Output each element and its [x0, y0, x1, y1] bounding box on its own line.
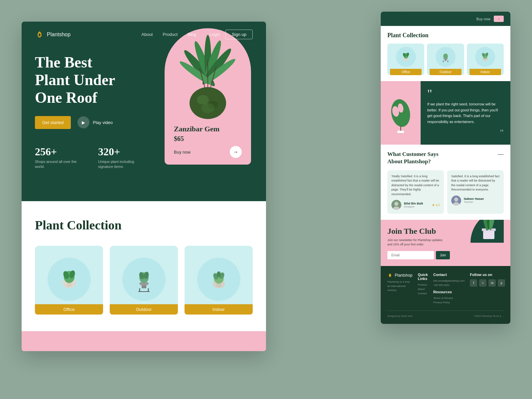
- stat-number-1: 320+: [98, 146, 141, 158]
- quote-close: ": [427, 127, 504, 138]
- footer-link-about[interactable]: About: [418, 288, 428, 291]
- outdoor-plant-circle: [122, 258, 166, 301]
- get-started-button[interactable]: Get started: [35, 116, 71, 129]
- reviews-section: What Customer Says About Plantshop? — To…: [381, 145, 510, 220]
- navbar: Plantshop About Product Blog Login Sign …: [22, 22, 266, 47]
- svg-point-41: [443, 54, 448, 59]
- main-website-panel: Plantshop About Product Blog Login Sign …: [22, 22, 266, 351]
- right-outdoor-circle: [436, 47, 456, 67]
- hero-actions: Get started ▶ Play video: [35, 116, 253, 129]
- reviewer-name-1: Nabeer Hasan: [464, 197, 484, 200]
- join-title: Join The Club: [387, 226, 470, 236]
- right-collection-title: Plant Collection: [387, 32, 504, 39]
- right-buy-row: Buy now →: [387, 16, 504, 22]
- reviewer-info-0: Bilal Bin Baik Designer: [404, 202, 423, 208]
- footer-credit: Designed by Tartar Oner: [387, 315, 413, 317]
- quote-open: ": [427, 88, 504, 100]
- stat-0: 256+ Shops around all over the world.: [35, 146, 78, 170]
- right-office-label: Office: [390, 69, 422, 75]
- play-label: Play video: [93, 120, 113, 125]
- join-button[interactable]: Join: [436, 251, 450, 259]
- plant-collection-section: Plant Collection Office: [22, 201, 266, 331]
- reviewer-avatar-1: [451, 196, 461, 205]
- plant-grid: Office: [35, 246, 253, 315]
- social-icons: f t in p: [470, 279, 505, 287]
- office-plant-circle: [48, 258, 91, 301]
- join-form: Join: [387, 251, 470, 259]
- footer-contact: Contact info.email@plantshop.com +00 000…: [433, 273, 465, 305]
- reviews-nav[interactable]: —: [498, 151, 504, 158]
- signup-button[interactable]: Sign up: [225, 30, 253, 39]
- outdoor-plant-svg: [129, 264, 159, 294]
- footer-phone: +00 000 0001: [433, 284, 465, 287]
- play-icon: ▶: [77, 116, 89, 128]
- footer-resources-title: Resources: [433, 290, 465, 294]
- reviewer-role-0: Designer: [404, 205, 423, 208]
- footer-social-title: Follow us on: [470, 273, 505, 277]
- right-outdoor-label: Outdoor: [430, 69, 461, 75]
- reviewer-avatar-0: [391, 200, 401, 210]
- right-buy-text: Buy now: [476, 17, 490, 21]
- svg-rect-57: [483, 230, 494, 239]
- footer-link-product[interactable]: Product: [418, 283, 428, 286]
- reviews-header: What Customer Says About Plantshop? —: [387, 151, 504, 165]
- right-plant-collection: Plant Collection Office: [381, 26, 510, 81]
- logo-text: Plantshop: [47, 32, 70, 38]
- svg-point-46: [389, 97, 412, 128]
- right-hero-top: Buy now →: [381, 12, 510, 26]
- hero-content: The Best Plant Under One Roof Get starte…: [22, 47, 266, 179]
- svg-rect-50: [397, 131, 404, 133]
- pinterest-icon[interactable]: p: [498, 279, 505, 287]
- right-office-circle: [396, 47, 416, 67]
- svg-point-52: [394, 202, 398, 206]
- indoor-plant-svg: [204, 264, 234, 294]
- indoor-label: Indoor: [185, 304, 253, 315]
- footer-bottom: Designed by Tartar Oner ©2024 Plantshop …: [387, 311, 504, 317]
- quote-section: " If we plant the right seed, tomorrow w…: [381, 81, 510, 145]
- join-subtitle: Join our newsletter for Plantshop update…: [387, 238, 447, 247]
- right-outdoor-card[interactable]: Outdoor: [427, 44, 464, 75]
- join-email-input[interactable]: [387, 251, 434, 259]
- footer-link-contact[interactable]: Contact: [418, 292, 428, 295]
- category-indoor[interactable]: Indoor: [185, 246, 253, 315]
- nav-blog[interactable]: Blog: [188, 32, 196, 37]
- right-plant-grid: Office Outdoor: [387, 44, 504, 75]
- footer-quick-links-title: Quick Links: [418, 273, 428, 281]
- footer-email: info.email@plantshop.com: [433, 279, 465, 282]
- stat-label-0: Shops around all over the world.: [35, 159, 78, 170]
- join-section: Join The Club Join our newsletter for Pl…: [381, 220, 510, 266]
- right-office-card[interactable]: Office: [387, 44, 424, 75]
- review-0: Totally Satisfied. It is a long establis…: [387, 170, 444, 214]
- right-indoor-card[interactable]: Indoor: [467, 44, 504, 75]
- footer-privacy[interactable]: Privacy Policy: [433, 301, 465, 304]
- play-video-button[interactable]: ▶ Play video: [77, 116, 113, 128]
- reviewer-role-1: Teacher: [464, 200, 484, 203]
- right-buy-btn[interactable]: →: [494, 16, 504, 22]
- nav-product[interactable]: Product: [163, 32, 178, 37]
- footer: Plantshop Plantshop is a truly an intern…: [381, 266, 510, 324]
- quote-text: If we plant the right seed, tomorrow wil…: [427, 101, 504, 125]
- twitter-icon[interactable]: t: [479, 279, 486, 287]
- footer-social: Follow us on f t in p: [470, 273, 505, 305]
- collection-title: Plant Collection: [35, 218, 253, 232]
- join-content: Join The Club Join our newsletter for Pl…: [387, 226, 470, 259]
- login-link[interactable]: Login: [209, 32, 220, 37]
- svg-rect-28: [216, 284, 221, 287]
- join-plant-svg: [474, 220, 504, 241]
- linkedin-icon[interactable]: in: [488, 279, 496, 287]
- svg-point-55: [454, 198, 458, 201]
- review-text-0: Totally Satisfied. It is a long establis…: [391, 174, 440, 197]
- nav-about[interactable]: About: [141, 32, 153, 37]
- stat-number-0: 256+: [35, 146, 78, 158]
- footer-quick-links: Quick Links Product About Contact: [418, 273, 428, 305]
- facebook-icon[interactable]: f: [470, 279, 477, 287]
- category-outdoor[interactable]: Outdoor: [110, 246, 178, 315]
- hero-stats: 256+ Shops around all over the world. 32…: [35, 146, 253, 180]
- category-office[interactable]: Office: [35, 246, 103, 315]
- footer-copyright: ©2024 Plantshop Terms & ...: [474, 315, 504, 317]
- quote-plant-side: [381, 81, 421, 145]
- reviewer-info-1: Nabeer Hasan Teacher: [464, 197, 484, 203]
- footer-terms[interactable]: Terms of Service: [433, 297, 465, 300]
- footer-logo-section: Plantshop Plantshop is a truly an intern…: [387, 273, 412, 305]
- review-text-1: Satisfied. It is a long established fact…: [451, 174, 500, 192]
